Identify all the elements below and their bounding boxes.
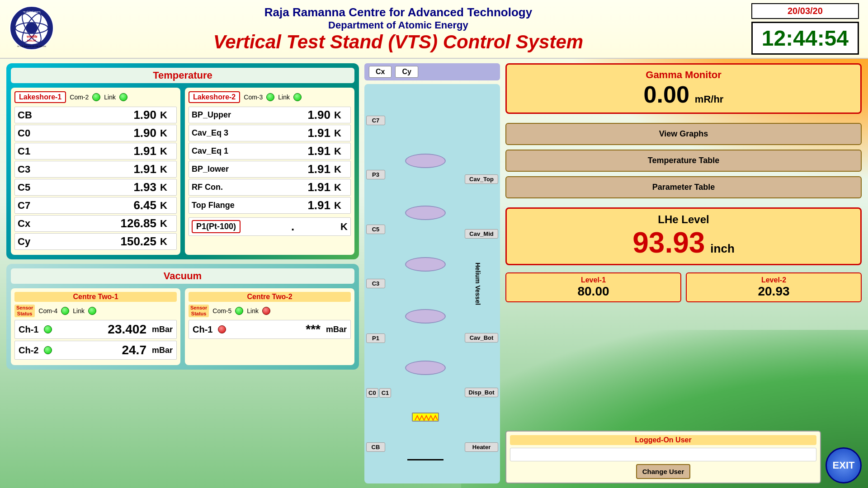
vessel-left-labels: C7 P3 C5 C3 P1 C0 C1 CB: [364, 84, 387, 483]
centre1-com-led: [61, 307, 69, 315]
level1-label: Level-1: [509, 276, 678, 284]
v-label-c3: C3: [366, 279, 385, 288]
table-row: BP_Upper 1.90 K: [189, 107, 351, 123]
ch-caveq3-unit: K: [334, 127, 348, 139]
table-row: RF Con. 1.91 K: [189, 179, 351, 196]
ch-caveq3-name: Cav_Eq 3: [192, 128, 237, 138]
lakeshore1-link-label: Link: [104, 94, 116, 101]
cavity-3: [405, 257, 446, 272]
action-buttons: View Graphs Temperature Table Parameter …: [505, 123, 862, 198]
gamma-unit: mR/hr: [695, 94, 724, 105]
change-user-button[interactable]: Change User: [636, 464, 691, 479]
ch-c7-value: 6.45: [54, 198, 156, 212]
r-label-dispbot: Disp_Bot: [465, 388, 498, 397]
ch-c5-unit: K: [160, 182, 174, 193]
lakeshore2-label: Lakeshore-2: [189, 91, 240, 103]
view-graphs-button[interactable]: View Graphs: [505, 123, 862, 145]
ch-topflange-name: Top Flange: [192, 201, 237, 210]
vac-ch1-value: 23.402: [55, 322, 146, 337]
table-row: Ch-1 *** mBar: [189, 320, 351, 339]
cx-button[interactable]: Cx: [369, 66, 392, 78]
main-content: Temperature Lakeshore-1 Com-2 Link CB 1.…: [0, 59, 868, 488]
centre2-link: Link: [247, 307, 259, 314]
cavity-4: [405, 309, 446, 324]
v-label-c7: C7: [366, 116, 385, 125]
ch-cx-name: Cx: [18, 218, 54, 230]
ch-c3-unit: K: [160, 164, 174, 175]
ch-bplower-name: BP_lower: [192, 164, 237, 174]
r-label-cavbot: Cav_Bot: [465, 333, 498, 343]
vac-ch2-value: 24.7: [55, 343, 146, 357]
svg-text:IN THE SERVICE OF THE NATION: IN THE SERVICE OF THE NATION: [17, 45, 46, 47]
lakeshore2-header: Lakeshore-2 Com-3 Link: [189, 91, 351, 103]
table-row: C0 1.90 K: [14, 125, 177, 141]
centre1-link-led: [88, 307, 96, 315]
lakeshore1-header: Lakeshore-1 Com-2 Link: [14, 91, 177, 103]
table-row: C1 1.91 K: [14, 143, 177, 160]
temperature-title: Temperature: [11, 68, 354, 83]
centre2-label: Centre Two-2: [189, 292, 351, 302]
v-label-c5: C5: [366, 225, 385, 234]
lakeshore2-link-led: [293, 93, 302, 101]
ch-cb-value: 1.90: [54, 108, 156, 122]
centre2-com: Com-5: [212, 307, 231, 314]
temperature-table-button[interactable]: Temperature Table: [505, 150, 862, 172]
level2-value: 20.93: [689, 284, 858, 299]
ch-caveq1-name: Cav_Eq 1: [192, 146, 237, 156]
v-label-c0: C0: [366, 388, 378, 398]
table-row: Ch-1 23.402 mBar: [14, 320, 177, 339]
lakeshore1-link-led: [119, 93, 127, 101]
r-label-cavtop: Cav_Top: [465, 174, 498, 184]
table-row: Cy 150.25 K: [14, 233, 177, 250]
ch-c0-name: C0: [18, 127, 54, 139]
pt100-label: P1(Pt-100): [192, 220, 241, 233]
heater-symbol: [412, 413, 439, 422]
r-label-cavmid: Cav_Mid: [465, 229, 498, 239]
exit-button[interactable]: EXIT: [826, 447, 862, 483]
org-name-2: Department of Atomic Energy: [54, 19, 742, 31]
time-display: 12:44:54: [751, 22, 859, 55]
cavity-top: [405, 154, 446, 168]
vac2-ch1-unit: mBar: [326, 325, 347, 334]
ch-c5-value: 1.93: [54, 180, 156, 194]
svg-text:RRCAT: RRCAT: [27, 39, 37, 42]
vacuum-section: Vacuum Centre Two-1 SensorStatus Com-4 L…: [6, 264, 359, 370]
lakeshore2-panel: Lakeshore-2 Com-3 Link BP_Upper 1.90 K C…: [185, 88, 354, 255]
lhe-unit: inch: [710, 242, 734, 256]
lakeshore2-link-label: Link: [278, 94, 290, 101]
vac2-ch1-name: Ch-1: [193, 324, 215, 335]
ch-topflange-unit: K: [334, 200, 348, 211]
pt100-value: .: [245, 220, 340, 234]
logged-on-user-label: Logged-On User: [510, 435, 816, 445]
vac-ch1-led: [44, 325, 52, 333]
parameter-table-button[interactable]: Parameter Table: [505, 176, 862, 198]
logo: राराप्रौके RRCAT IN THE SERVICE OF THE N…: [9, 5, 54, 52]
centre1-com: Com-4: [38, 307, 57, 314]
svg-text:राराप्रौके: राराप्रौके: [26, 35, 38, 39]
vessel-top-bar: Cx Cy: [364, 63, 500, 80]
ch-c5-name: C5: [18, 182, 54, 193]
ch-bplower-value: 1.91: [237, 162, 330, 176]
lakeshore1-panel: Lakeshore-1 Com-2 Link CB 1.90 K C0: [11, 88, 180, 255]
level1-value: 80.00: [509, 284, 678, 299]
vacuum-title: Vacuum: [11, 268, 354, 284]
centre1-label: Centre Two-1: [14, 292, 177, 302]
ch-cx-value: 126.85: [54, 216, 156, 230]
centre2-link-led: [262, 307, 270, 315]
cy-button[interactable]: Cy: [395, 66, 418, 78]
ch-cb-name: CB: [18, 109, 54, 121]
lhe-level-box: LHe Level 93.93 inch: [505, 207, 862, 265]
vessel-center: [387, 84, 464, 483]
centre2-com-led: [235, 307, 243, 315]
v-label-p1: P1: [366, 333, 385, 343]
ch-cy-value: 150.25: [54, 235, 156, 249]
ch-c3-name: C3: [18, 164, 54, 175]
lakeshore1-com-led: [92, 93, 100, 101]
table-row: C5 1.93 K: [14, 179, 177, 196]
ch-rfcon-name: RF Con.: [192, 183, 237, 192]
vac-ch2-unit: mBar: [152, 346, 173, 355]
ch-bpupper-value: 1.90: [237, 108, 330, 122]
table-row: BP_lower 1.91 K: [189, 161, 351, 178]
table-row: C7 6.45 K: [14, 197, 177, 214]
lhe-value: 93.93: [632, 226, 705, 259]
